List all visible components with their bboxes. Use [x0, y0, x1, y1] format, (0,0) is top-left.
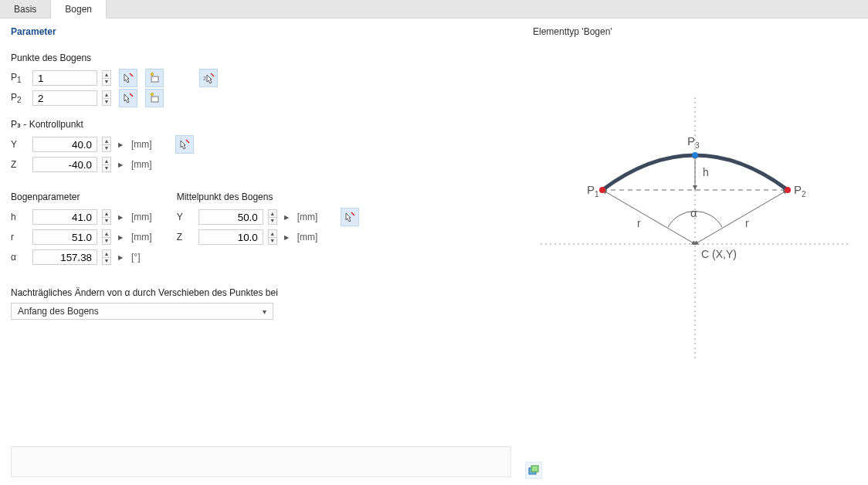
h-input[interactable] [32, 209, 97, 225]
change-select-value: Anfang des Bogens [18, 306, 99, 317]
svg-point-16 [692, 152, 698, 158]
tab-basis[interactable]: Basis [0, 0, 51, 18]
svg-rect-5 [151, 97, 158, 102]
p2-diagram-label: P2 [794, 183, 806, 198]
cy-arrow-button[interactable]: ▶ [282, 209, 291, 225]
parameter-panel: Parameter Punkte des Bogens P1 ▲▼ 2 P2 ▲… [0, 19, 522, 485]
cy-spinner[interactable]: ▲▼ [268, 209, 277, 225]
c-diagram-label: C (X,Y) [701, 248, 737, 260]
pick-control-button[interactable] [175, 135, 194, 154]
cz-input[interactable] [198, 229, 263, 245]
r-arrow-button[interactable]: ▶ [116, 229, 125, 245]
cy-input[interactable] [198, 209, 263, 225]
diagram-title: Elementtyp 'Bogen' [533, 26, 857, 37]
p1-spinner[interactable]: ▲▼ [102, 70, 111, 86]
chevron-down-icon: ▾ [263, 307, 266, 316]
z-arrow-button[interactable]: ▶ [116, 157, 125, 172]
p2-input[interactable] [32, 90, 97, 106]
r-label: r [11, 232, 28, 242]
tab-bar: Basis Bogen [0, 0, 868, 19]
z-label: Z [11, 159, 28, 170]
p1-label: P1 [11, 72, 28, 84]
svg-line-11 [602, 190, 695, 244]
r-spinner[interactable]: ▲▼ [102, 229, 111, 245]
y-label: Y [11, 139, 28, 150]
y-arrow-button[interactable]: ▶ [116, 137, 125, 152]
svg-line-3 [211, 73, 214, 76]
y-input[interactable] [32, 137, 97, 152]
cy-unit: [mm] [297, 212, 318, 222]
alpha-spinner[interactable]: ▲▼ [102, 249, 111, 265]
svg-rect-1 [151, 76, 158, 82]
r2-diagram-label: r [745, 217, 749, 229]
p2-spinner[interactable]: ▲▼ [102, 90, 111, 106]
alpha-arrow-button[interactable]: ▶ [116, 249, 125, 265]
y-unit: [mm] [131, 139, 152, 150]
arc-diagram: P1 P2 P3 h r r α C (X,Y) [533, 43, 857, 368]
change-select[interactable]: Anfang des Bogens ▾ [11, 303, 273, 320]
r1-diagram-label: r [637, 217, 641, 229]
svg-text:2: 2 [203, 76, 206, 81]
new-point-p2-button[interactable] [145, 89, 164, 107]
p2-label: P2 [11, 92, 28, 104]
h-label: h [11, 212, 28, 222]
p3-diagram-label: P3 [687, 134, 700, 150]
points-section-label: Punkte des Bogens [11, 53, 511, 63]
cz-label: Z [177, 232, 194, 242]
control-section-label: P₃ - Kontrollpunkt [11, 119, 511, 130]
svg-line-4 [130, 93, 133, 97]
h-unit: [mm] [131, 212, 152, 222]
new-point-p1-button[interactable] [145, 69, 164, 87]
svg-line-7 [351, 212, 354, 215]
change-section-label: Nachträgliches Ändern von α durch Versch… [11, 287, 511, 298]
bottom-strip [11, 446, 511, 477]
r-input[interactable] [32, 229, 97, 245]
svg-line-6 [186, 140, 189, 143]
tab-bogen[interactable]: Bogen [51, 0, 107, 19]
alpha-diagram-label: α [690, 206, 697, 219]
r-unit: [mm] [131, 232, 152, 242]
pick-point-p1-button[interactable] [119, 69, 137, 87]
tab-basis-label: Basis [14, 4, 36, 15]
p1-diagram-label: P1 [587, 183, 599, 198]
svg-rect-18 [531, 466, 538, 472]
alpha-label: α [11, 252, 28, 263]
arcparam-section-label: Bogenparameter [11, 192, 152, 202]
svg-point-14 [599, 187, 605, 193]
h-arrow-button[interactable]: ▶ [116, 209, 125, 225]
h-spinner[interactable]: ▲▼ [102, 209, 111, 225]
p1-input[interactable] [32, 70, 97, 86]
z-unit: [mm] [131, 159, 152, 170]
alpha-unit: [°] [131, 252, 140, 263]
svg-line-0 [130, 73, 133, 76]
svg-point-15 [785, 187, 791, 193]
diagram-panel: Elementtyp 'Bogen' [522, 19, 868, 485]
z-input[interactable] [32, 157, 97, 172]
cz-arrow-button[interactable]: ▶ [282, 229, 291, 245]
cz-spinner[interactable]: ▲▼ [268, 229, 277, 245]
pick-center-button[interactable] [341, 208, 359, 226]
z-spinner[interactable]: ▲▼ [102, 157, 111, 172]
diagram-settings-button[interactable] [525, 462, 542, 479]
svg-line-12 [695, 190, 788, 244]
two-points-button[interactable]: 2 [199, 69, 218, 87]
tab-bogen-label: Bogen [65, 4, 92, 15]
center-section-label: Mittelpunkt des Bogens [177, 192, 360, 202]
alpha-input[interactable] [32, 249, 97, 265]
panel-title: Parameter [11, 26, 511, 37]
cy-label: Y [177, 212, 194, 222]
y-spinner[interactable]: ▲▼ [102, 137, 111, 152]
h-diagram-label: h [703, 166, 709, 178]
pick-point-p2-button[interactable] [119, 89, 137, 107]
cz-unit: [mm] [297, 232, 318, 242]
